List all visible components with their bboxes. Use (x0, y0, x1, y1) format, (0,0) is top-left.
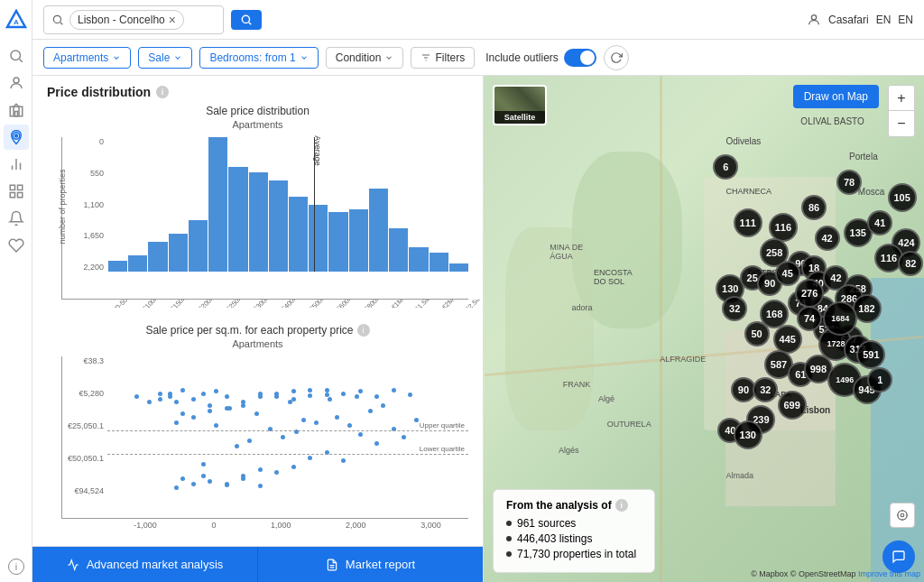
chat-button[interactable] (882, 540, 915, 573)
chevron-down-icon2 (173, 53, 182, 62)
map-cluster[interactable]: 41 (867, 210, 892, 236)
map-cluster[interactable]: 74 (797, 306, 822, 331)
geolocate-button[interactable] (890, 503, 915, 528)
bar-item[interactable] (289, 197, 308, 272)
bar-item[interactable] (189, 220, 208, 272)
scatter-dot (134, 394, 139, 399)
sidebar-item-building[interactable] (4, 97, 29, 123)
bar-item[interactable] (449, 263, 468, 272)
bar-item[interactable] (108, 261, 127, 272)
scatter-chart: €94,524 €50,050.1 €25,050.1 €5,280 €38.3… (61, 356, 468, 519)
y-axis-labels: 2,200 1,650 1,100 550 0 (62, 137, 104, 299)
sidebar-item-map[interactable] (4, 125, 29, 150)
scatter-dot (368, 409, 373, 413)
property-type-filter[interactable]: Apartments (43, 47, 131, 69)
map-cluster[interactable]: 130 (734, 420, 762, 449)
scatter-dot (355, 394, 359, 399)
map-cluster[interactable]: 50 (744, 321, 770, 346)
svg-point-27 (898, 511, 908, 521)
map-cluster[interactable]: 276 (795, 279, 824, 308)
map-cluster[interactable]: 105 (888, 183, 917, 212)
svg-point-18 (242, 15, 249, 23)
bar-item[interactable] (148, 242, 167, 272)
map-cluster[interactable]: 699 (778, 391, 807, 420)
location-tag[interactable]: Lisbon - Concelho × (69, 10, 184, 30)
scatter-dot (291, 397, 296, 402)
map-cluster[interactable]: 32 (722, 296, 747, 321)
sidebar-item-person[interactable] (4, 70, 29, 96)
analysis-info-icon[interactable]: i (615, 499, 628, 512)
zoom-out-button[interactable]: − (889, 111, 914, 136)
advanced-market-analysis-button[interactable]: Advanced market analysis (32, 547, 258, 582)
search-button[interactable] (231, 10, 262, 30)
app-logo[interactable]: A (4, 7, 29, 32)
map-cluster[interactable]: 111 (734, 208, 762, 237)
sidebar-item-bell[interactable] (4, 206, 29, 231)
map-cluster[interactable]: 78 (836, 170, 862, 195)
lower-quartile-line (107, 454, 468, 455)
bar-item[interactable] (208, 137, 227, 272)
scatter-dot (201, 462, 206, 467)
market-report-button[interactable]: Market report (258, 547, 483, 582)
svg-point-16 (53, 15, 60, 23)
filters-button[interactable]: Filters (411, 47, 475, 69)
bar-item[interactable] (349, 209, 368, 272)
bar-item[interactable] (430, 253, 448, 272)
lang-text[interactable]: EN (898, 14, 913, 26)
bar-item[interactable] (309, 205, 328, 273)
sidebar-item-heart[interactable] (4, 233, 29, 258)
scatter-dot (247, 439, 252, 443)
map-cluster[interactable]: 32 (753, 377, 778, 402)
chart2-info-icon[interactable]: i (357, 324, 370, 337)
bar-item[interactable] (409, 247, 428, 272)
include-outliers-toggle[interactable]: Include outliers (485, 49, 596, 67)
map-cluster[interactable]: 45 (775, 261, 800, 286)
sidebar-info[interactable]: i (0, 559, 32, 575)
bedrooms-filter[interactable]: Bedrooms: from 1 (199, 47, 318, 69)
bar-item[interactable] (249, 172, 268, 272)
bar-item[interactable] (169, 234, 188, 272)
user-info: Casafari EN EN (807, 13, 913, 27)
scatter-dot (358, 432, 363, 437)
water-area (871, 278, 924, 582)
bar-item[interactable] (369, 189, 388, 272)
attribution-text: © Mapbox © OpenStreetMap (751, 569, 855, 578)
search-box[interactable]: Lisbon - Concelho × (43, 5, 224, 34)
map-cluster[interactable]: 86 (801, 195, 827, 220)
condition-label: Condition (336, 51, 382, 64)
chart-icon (67, 559, 79, 571)
sidebar-item-grid[interactable] (4, 179, 29, 204)
scatter-dot (225, 394, 229, 399)
sidebar-item-search[interactable] (4, 43, 29, 69)
analysis-item: 446,403 listings (506, 532, 642, 545)
transaction-filter[interactable]: Sale (138, 47, 192, 69)
language[interactable]: EN (876, 14, 892, 26)
map-cluster[interactable]: 82 (898, 251, 923, 276)
improve-map-link[interactable]: Improve this map (858, 569, 920, 578)
map-cluster[interactable]: 1 (867, 367, 892, 393)
location-tag-close[interactable]: × (169, 13, 176, 27)
refresh-button[interactable] (604, 45, 629, 70)
bar-item[interactable] (128, 255, 147, 272)
bar-item[interactable] (389, 228, 408, 272)
svg-rect-6 (14, 112, 17, 116)
satellite-thumbnail[interactable]: Satellite (493, 85, 547, 125)
map-cluster[interactable]: 591 (856, 340, 885, 369)
map-cluster[interactable]: 1684 (823, 301, 857, 336)
sidebar-item-chart[interactable] (4, 152, 29, 177)
filters-icon (420, 52, 431, 63)
map-cluster[interactable]: 42 (815, 226, 840, 251)
scatter-dot (180, 388, 185, 393)
panel-info-icon[interactable]: i (156, 86, 169, 98)
toggle-switch[interactable] (564, 49, 596, 67)
bullet (506, 536, 512, 541)
zoom-in-button[interactable]: + (889, 86, 914, 111)
scatter-dot (374, 441, 379, 446)
bar-item[interactable] (328, 212, 347, 272)
bar-item[interactable] (269, 180, 288, 272)
condition-filter[interactable]: Condition (326, 47, 404, 69)
bar-item[interactable] (228, 167, 247, 272)
draw-on-map-button[interactable]: Draw on Map (793, 85, 879, 108)
map-area[interactable]: Odivelas OLIVAL BASTO Portela Mosca CHAR… (484, 76, 924, 582)
map-cluster[interactable]: 6 (713, 154, 738, 180)
